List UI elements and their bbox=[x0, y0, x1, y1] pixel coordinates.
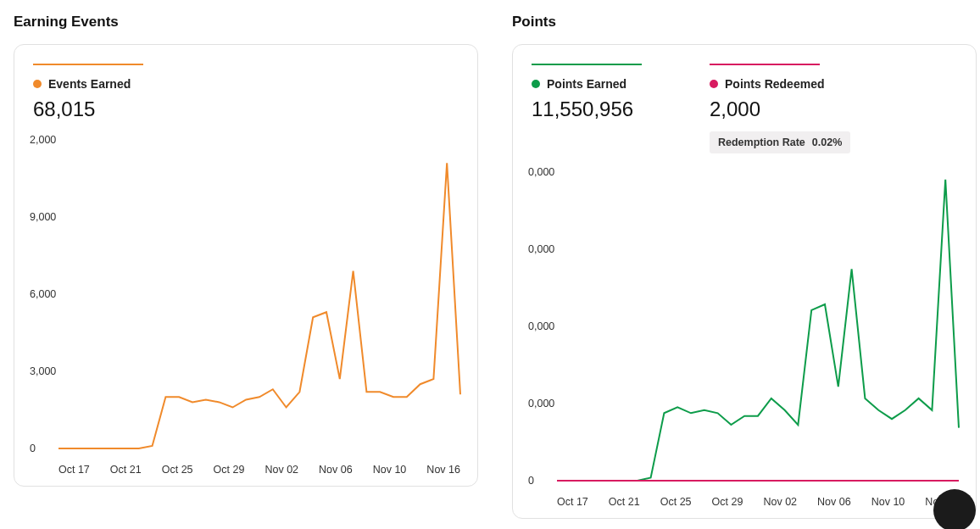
x-tick: Oct 17 bbox=[557, 496, 588, 508]
legend-text: Events Earned bbox=[48, 77, 131, 91]
x-tick: Oct 17 bbox=[58, 464, 90, 476]
legend-points-earned[interactable]: Points Earned 11,550,956 bbox=[532, 64, 659, 153]
x-tick: Nov 02 bbox=[763, 496, 797, 508]
y-tick: 9,000 bbox=[30, 211, 56, 223]
earning-events-panel: Earning Events Events Earned 68,015 03,0… bbox=[14, 14, 478, 519]
x-tick: Oct 29 bbox=[712, 496, 743, 508]
redemption-rate-badge: Redemption Rate 0.02% bbox=[710, 131, 850, 153]
legend-label: Points Redeemed bbox=[710, 77, 850, 91]
x-axis-ticks: Oct 17Oct 21Oct 25Oct 29Nov 02Nov 06Nov … bbox=[557, 496, 959, 508]
legend-value: 68,015 bbox=[33, 97, 160, 121]
x-tick: Nov 06 bbox=[817, 496, 851, 508]
legend-dot-icon bbox=[33, 80, 42, 88]
x-tick: Oct 25 bbox=[660, 496, 692, 508]
legend-value: 11,550,956 bbox=[532, 97, 659, 121]
y-tick: 3,000 bbox=[30, 365, 56, 377]
y-tick: 0,000 bbox=[528, 320, 554, 332]
y-tick: 0 bbox=[528, 475, 534, 487]
legend: Points Earned 11,550,956 Points Redeemed… bbox=[532, 64, 957, 153]
legend-line bbox=[532, 64, 642, 65]
x-tick: Nov 02 bbox=[264, 464, 298, 476]
legend-dot-icon bbox=[532, 80, 540, 88]
x-tick: Nov 06 bbox=[319, 464, 353, 476]
x-tick: Nov 16 bbox=[426, 464, 460, 476]
x-tick: Oct 21 bbox=[609, 496, 640, 508]
points-card: Points Earned 11,550,956 Points Redeemed… bbox=[512, 44, 977, 519]
legend-points-redeemed[interactable]: Points Redeemed 2,000 Redemption Rate 0.… bbox=[710, 64, 850, 153]
earning-events-chart: 03,0006,0009,0002,000 Oct 17Oct 21Oct 25… bbox=[33, 136, 460, 476]
y-tick: 0,000 bbox=[528, 166, 554, 178]
line-chart bbox=[58, 136, 460, 452]
panel-title: Points bbox=[512, 14, 977, 31]
y-tick: 0,000 bbox=[528, 243, 554, 255]
x-tick: Oct 25 bbox=[162, 464, 193, 476]
legend-label: Events Earned bbox=[33, 77, 160, 91]
legend-label: Points Earned bbox=[532, 77, 659, 91]
legend-text: Points Earned bbox=[547, 77, 626, 91]
panel-title: Earning Events bbox=[14, 14, 478, 31]
help-fab-button[interactable] bbox=[933, 489, 976, 529]
badge-label: Redemption Rate bbox=[718, 136, 805, 148]
points-chart: 00,0000,0000,0000,000 Oct 17Oct 21Oct 25… bbox=[532, 169, 959, 508]
legend-text: Points Redeemed bbox=[725, 77, 824, 91]
legend-line bbox=[710, 64, 820, 65]
earning-events-card: Events Earned 68,015 03,0006,0009,0002,0… bbox=[14, 44, 478, 487]
y-tick: 2,000 bbox=[30, 134, 56, 146]
legend: Events Earned 68,015 bbox=[33, 64, 459, 121]
x-tick: Oct 21 bbox=[110, 464, 142, 476]
legend-events-earned[interactable]: Events Earned 68,015 bbox=[33, 64, 160, 121]
legend-dot-icon bbox=[710, 80, 718, 88]
y-tick: 6,000 bbox=[30, 288, 56, 300]
x-tick: Oct 29 bbox=[214, 464, 245, 476]
points-panel: Points Points Earned 11,550,956 Points R… bbox=[512, 14, 977, 519]
legend-line bbox=[33, 64, 143, 65]
legend-value: 2,000 bbox=[710, 97, 850, 121]
x-tick: Nov 10 bbox=[373, 464, 407, 476]
badge-value: 0.02% bbox=[812, 136, 842, 148]
y-tick: 0 bbox=[30, 443, 36, 454]
line-chart bbox=[557, 169, 959, 484]
x-axis-ticks: Oct 17Oct 21Oct 25Oct 29Nov 02Nov 06Nov … bbox=[58, 464, 460, 476]
y-tick: 0,000 bbox=[528, 398, 554, 409]
x-tick: Nov 10 bbox=[871, 496, 905, 508]
